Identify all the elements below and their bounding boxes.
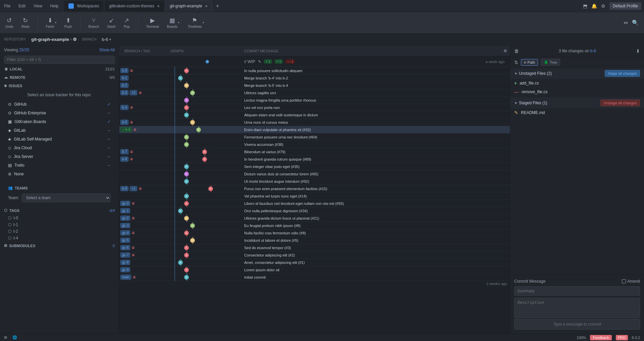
settings-icon[interactable]: ⚙ — [601, 3, 605, 9]
commit-row[interactable]: gc-6🖥ASed do eiusmod tempor (#3) — [119, 244, 510, 251]
path-view-button[interactable]: ≡ Path — [521, 59, 538, 66]
commit-row[interactable]: b-1AMerge branch 'b-4' into b-2 — [119, 74, 510, 82]
show-all-button[interactable]: Show All — [99, 48, 115, 52]
tracker-gitlab-selfmanaged[interactable]: ◈ GitLab Self-Managed → — [4, 135, 115, 144]
commit-row[interactable]: b-8🖥AIn hendrerit gravida rutrum quisque… — [119, 156, 510, 163]
commit-row[interactable]: gc-9ALorem ipsum dolor sit — [119, 266, 510, 274]
boards-button[interactable]: ▦ Boards ▾ — [167, 17, 179, 29]
trash-icon[interactable]: 🗑 — [514, 48, 519, 54]
add-tab-button[interactable]: + — [213, 2, 222, 10]
staged-chevron[interactable]: ▼ — [514, 101, 518, 105]
file-remove-file-cs[interactable]: — remove_file.cs — [510, 88, 644, 96]
tracker-github-enterprise[interactable]: ⊙ GitHub Enterprise → — [4, 109, 115, 117]
tracker-trello[interactable]: ▤ Trello → — [4, 161, 115, 170]
branch-name[interactable]: b-6 ▾ — [102, 37, 111, 42]
tracker-jira-cloud[interactable]: ◇ Jira Cloud → — [4, 144, 115, 152]
timelines-arrow[interactable]: ▾ — [203, 21, 204, 24]
push-button[interactable]: ⬆ Push — [64, 17, 72, 29]
commit-row[interactable]: b-9+1🖥APurus non enim praesent elementum… — [119, 185, 510, 192]
boards-arrow[interactable]: ▾ — [178, 21, 179, 24]
arrow-expand-icon[interactable]: ⇔ — [624, 19, 628, 26]
commit-row[interactable]: b-5🖥AUrna nunc id cursus metus — [119, 119, 510, 126]
commit-row[interactable]: gc-8AAmet, consectetur adipiscing elit (… — [119, 259, 510, 266]
commit-row[interactable]: ASem integer vitae justo eget (#35) — [119, 163, 510, 170]
commit-row[interactable]: gc-0🖥ALibero id faucibus nisl tincidunt … — [119, 200, 510, 207]
stash-button[interactable]: ↙ Stash — [107, 17, 116, 29]
commit-row[interactable]: main🖥AInitial commit — [119, 274, 510, 281]
profile-button[interactable]: Default Profile — [609, 2, 641, 10]
commit-row[interactable]: AViverra accumsan (#38) — [119, 141, 510, 148]
tracker-github[interactable]: ⊙ GitHub ✓ — [4, 100, 115, 109]
terminal-button[interactable]: ▶ Terminal — [146, 17, 159, 29]
amend-checkbox-label[interactable]: Amend — [622, 279, 640, 284]
commit-row[interactable]: ALectus magna fringilla urna porttitor r… — [119, 97, 510, 104]
tag-t-4[interactable]: ⬡ t-4 — [0, 235, 119, 241]
commit-row[interactable]: gc-5AIncididunt ut labore et dolore (#5) — [119, 237, 510, 244]
tag-t-2[interactable]: ⬡ t-2 — [0, 228, 119, 235]
tracker-gitlab[interactable]: ◈ GitLab → — [4, 126, 115, 135]
repo-name[interactable]: git-graph-example › ⚙ — [31, 37, 77, 42]
tracker-gitkraken-boards[interactable]: ▦ GitKraken Boards ✓ — [4, 117, 115, 126]
tab-workspaces[interactable]: Workspaces — [64, 1, 104, 11]
sort-icon[interactable]: ⇅ — [514, 60, 518, 65]
commit-row[interactable]: ✓ b-6🖥AEnim diam vulputate ut pharetra s… — [119, 126, 510, 133]
tracker-jira-server[interactable]: ◇ Jira Server → — [4, 152, 115, 161]
branch-button[interactable]: ⑂ Branch — [89, 17, 99, 29]
undo-button[interactable]: ↺ Undo — [5, 17, 13, 29]
tab-git-graph-close[interactable]: ✕ — [205, 4, 208, 8]
stage-all-button[interactable]: Stage all changes — [605, 70, 640, 77]
commit-row[interactable]: b-0🖥AIn nulla posuere sollicitudin aliqu… — [119, 67, 510, 74]
download-icon[interactable]: ⬇ — [636, 48, 640, 54]
pop-button[interactable]: ↗ Pop — [124, 17, 130, 29]
sidebar-issues[interactable]: ◈ ISSUES — [0, 81, 119, 90]
search-icon[interactable]: 🔍 — [632, 19, 639, 26]
commit-row[interactable]: b-2AMerge branch 'b-5' into b-4 — [119, 82, 510, 89]
notification-icon[interactable]: 🔔 — [591, 3, 597, 9]
tab-gitkraken-close[interactable]: ✕ — [157, 4, 160, 8]
commit-row[interactable]: gc-2🖥AUltrices gravida dictum fusce ut p… — [119, 215, 510, 222]
commit-description-input[interactable] — [514, 298, 640, 318]
teams-header[interactable]: 👥 TEAMS — [4, 184, 115, 192]
fetch-button[interactable]: ⬇ Fetch ▾ — [46, 17, 56, 29]
filter-input[interactable] — [4, 56, 115, 64]
commit-row[interactable]: AFermentum posuere urna nec tincidunt (#… — [119, 133, 510, 141]
team-select[interactable]: Select a team — [22, 193, 111, 202]
maximize-icon[interactable]: ⬒ — [583, 3, 587, 9]
commit-row[interactable]: gc-1AOrci nulla pellentesque dignissim (… — [119, 207, 510, 215]
commit-row[interactable]: gc-3AEu feugiat pretium nibh ipsum (#8) — [119, 222, 510, 229]
commit-row[interactable]: b-3+2🖥AUltrices sagittis orci — [119, 89, 510, 97]
sidebar-local[interactable]: 🖥 LOCAL 21/21 — [0, 65, 119, 73]
fetch-arrow[interactable]: ▾ — [55, 21, 56, 24]
amend-checkbox[interactable] — [622, 279, 626, 283]
branch-dropdown-icon[interactable]: ▾ — [109, 38, 111, 41]
tags-header[interactable]: ⬡ TAGS 4/4 — [0, 206, 119, 215]
menu-file[interactable]: File — [3, 3, 12, 9]
commit-row[interactable]: AUt morbi tincidunt augue interdum (#92) — [119, 178, 510, 185]
tracker-none[interactable]: ⊘ None — [4, 170, 115, 178]
tree-view-button[interactable]: 🌲 Tree — [541, 59, 560, 66]
commit-row[interactable]: gc-4🖥ANulla facilisi cras fermentum odio… — [119, 229, 510, 237]
commit-row[interactable]: AAliquam etiam erat velit scelerisque in… — [119, 111, 510, 119]
sidebar-remote[interactable]: ☁ REMOTE 0/0 — [0, 73, 119, 81]
unstage-all-button[interactable]: Unstage all changes — [600, 100, 640, 106]
edit-icon[interactable]: ✎ — [258, 59, 261, 64]
menu-help[interactable]: Help — [49, 3, 60, 9]
submodules-header[interactable]: ⊞ SUBMODULES 0 — [0, 241, 119, 250]
timelines-button[interactable]: ⚑ Timelines ▾ — [187, 17, 204, 29]
commit-row[interactable]: AVel pharetra vel turpis nunc eget (#14) — [119, 192, 510, 200]
globe-icon[interactable]: 🌐 — [12, 335, 17, 340]
commit-row[interactable]: b-4🖥ALeo vel orci porta non — [119, 104, 510, 111]
file-readme-md[interactable]: ✎ README.md — [510, 108, 644, 117]
commit-row[interactable]: b-7🖥ABibendum at varius (#79) — [119, 148, 510, 156]
feedback-button[interactable]: Feedback — [590, 335, 611, 340]
graph-settings-icon[interactable]: ⚙ — [503, 49, 507, 53]
graph-scroll-area[interactable]: b-0🖥AIn nulla posuere sollicitudin aliqu… — [119, 67, 510, 334]
commit-button-area[interactable]: Type a message to commit — [514, 319, 640, 330]
wip-row[interactable]: // WIP ✎ + 1 + 1 — 1 a week ago — [119, 56, 510, 67]
menu-edit[interactable]: Edit — [17, 3, 27, 9]
unstaged-chevron[interactable]: ▼ — [514, 72, 518, 75]
redo-button[interactable]: ↻ Redo — [21, 17, 30, 29]
tag-t-0[interactable]: ⬡ t-0 — [0, 215, 119, 221]
tag-t-1[interactable]: ⬡ t-1 — [0, 221, 119, 228]
commit-summary-input[interactable] — [514, 286, 640, 296]
